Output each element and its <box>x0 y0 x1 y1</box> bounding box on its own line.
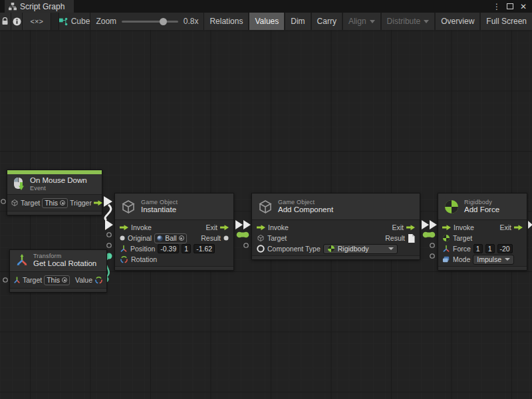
graph-breadcrumb[interactable]: Cube <box>59 13 91 30</box>
rigidbody-small-icon <box>442 234 450 242</box>
position-y-field[interactable]: 1 <box>182 244 191 253</box>
original-field[interactable]: Ball <box>154 233 187 243</box>
object-picker-icon[interactable] <box>60 200 65 205</box>
position-x-field[interactable]: -0.39 <box>158 244 179 253</box>
port-exit-out-addcomponent[interactable] <box>422 220 429 229</box>
wire-result-to-target-1[interactable] <box>237 233 248 237</box>
force-x-field[interactable]: 1 <box>473 244 483 253</box>
position-label: Position <box>130 245 155 253</box>
node-group: Game Object <box>141 199 178 205</box>
info-icon <box>13 17 21 26</box>
port-result-out-instantiate[interactable] <box>237 232 243 238</box>
align-button[interactable]: Align <box>343 13 380 30</box>
fullscreen-button[interactable]: Full Screen <box>481 13 532 30</box>
port-exit-out-addforce[interactable] <box>528 221 532 229</box>
overview-button[interactable]: Overview <box>436 13 479 30</box>
node-subtitle: Event <box>30 185 87 192</box>
target-label: Target <box>23 276 42 284</box>
vector3-icon <box>442 245 450 253</box>
port-position-in[interactable] <box>107 243 111 247</box>
code-view-button[interactable]: <×> <box>23 13 51 30</box>
lock-button[interactable] <box>0 13 11 30</box>
force-label: Force <box>453 245 471 253</box>
port-row-invoke: Invoke Exit <box>115 222 233 233</box>
chevron-down-icon <box>388 247 394 250</box>
node-add-component[interactable]: Game Object Add Component Invoke Exit Ta… <box>251 193 420 260</box>
rigidbody-icon <box>444 199 460 215</box>
graph-toolbar: <×> Cube Zoom 0.8x Relations Values Dim … <box>0 13 532 30</box>
zoom-value: 0.8x <box>184 17 199 26</box>
node-footer <box>252 255 420 259</box>
port-result-out-addcomponent[interactable] <box>423 232 429 238</box>
zoom-control: Zoom 0.8x <box>90 13 204 30</box>
info-button[interactable] <box>11 13 23 30</box>
node-add-force[interactable]: Rigidbody Add Force Invoke Exit Target F… <box>438 193 527 271</box>
node-footer <box>7 211 102 215</box>
tab-script-graph[interactable]: Script Graph <box>5 0 74 13</box>
exit-label: Exit <box>499 223 511 231</box>
relations-button[interactable]: Relations <box>204 13 248 30</box>
gameobject-icon <box>257 199 273 215</box>
flow-arrow-icon <box>514 224 523 231</box>
node-group: Transform <box>33 253 96 259</box>
graph-canvas[interactable]: On Mouse Down Event Target This Trigger <box>0 30 532 399</box>
object-picker-icon[interactable] <box>62 277 67 283</box>
type-circle-icon <box>257 245 265 253</box>
distribute-button[interactable]: Distribute <box>382 13 435 30</box>
dim-button[interactable]: Dim <box>285 13 310 30</box>
port-invoke-in-instantiate[interactable] <box>105 219 113 230</box>
node-instantiate[interactable]: Game Object Instantiate Invoke Exit Orig… <box>114 193 234 271</box>
close-icon[interactable]: ✕ <box>519 2 528 11</box>
port-target-in-addforce[interactable] <box>430 232 436 238</box>
maximize-icon[interactable] <box>505 2 515 11</box>
gameobject-icon <box>120 199 136 215</box>
target-field[interactable]: This <box>42 198 68 208</box>
title-bar: Script Graph ⋮ ✕ <box>0 0 532 13</box>
port-invoke-in-addcomponent[interactable] <box>243 220 251 229</box>
flow-arrow-icon <box>94 200 102 206</box>
node-header: Transform Get Local Rotation <box>10 250 106 272</box>
port-invoke-in-addforce[interactable] <box>430 220 437 229</box>
wire-result-to-target-2[interactable] <box>424 233 434 237</box>
wire-trigger-to-invoke[interactable] <box>105 205 111 220</box>
target-label: Target <box>21 199 40 207</box>
gameobject-icon <box>11 199 19 207</box>
kebab-menu-icon[interactable]: ⋮ <box>492 2 501 11</box>
force-y-field[interactable]: 1 <box>485 244 495 253</box>
object-picker-icon[interactable] <box>179 235 184 241</box>
node-group: Game Object <box>278 199 333 205</box>
window-title: Script Graph <box>20 2 65 11</box>
port-original-in[interactable] <box>107 233 111 237</box>
port-exit-out-instantiate[interactable] <box>235 220 243 229</box>
node-footer <box>115 266 233 270</box>
port-trigger-out[interactable] <box>104 196 112 207</box>
component-type-dropdown[interactable]: Rigidbody <box>323 244 398 254</box>
values-button[interactable]: Values <box>249 13 284 30</box>
trigger-label: Trigger <box>70 199 92 207</box>
original-label: Original <box>128 234 152 242</box>
mode-dropdown[interactable]: Impulse <box>473 255 514 265</box>
node-on-mouse-down[interactable]: On Mouse Down Event Target This Trigger <box>7 170 102 215</box>
node-header: Rigidbody Add Force <box>438 194 527 220</box>
value-label: Value <box>75 276 92 284</box>
zoom-slider-handle[interactable] <box>160 18 167 25</box>
result-label: Result <box>201 234 221 242</box>
port-target-in-addcomponent[interactable] <box>243 232 249 238</box>
port-componenttype-in[interactable] <box>244 243 248 247</box>
port-row-rotation: Rotation <box>115 254 233 265</box>
node-header: On Mouse Down Event <box>7 174 102 195</box>
port-target-in-event[interactable] <box>1 200 5 203</box>
port-row-target: Target Result <box>252 233 420 243</box>
target-field[interactable]: This <box>44 275 70 285</box>
port-mode-in[interactable] <box>430 254 434 258</box>
position-z-field[interactable]: -1.62 <box>194 244 215 253</box>
port-force-in[interactable] <box>430 243 434 247</box>
graph-name: Cube <box>71 17 90 26</box>
node-get-local-rotation[interactable]: Transform Get Local Rotation Target This… <box>9 249 107 293</box>
carry-button[interactable]: Carry <box>312 13 342 30</box>
port-row-original: Original Ball Result <box>115 233 233 243</box>
value-dot-icon <box>120 235 125 241</box>
zoom-slider[interactable] <box>122 21 178 23</box>
force-z-field[interactable]: -20 <box>497 244 513 253</box>
port-target-in-glr[interactable] <box>3 278 7 282</box>
